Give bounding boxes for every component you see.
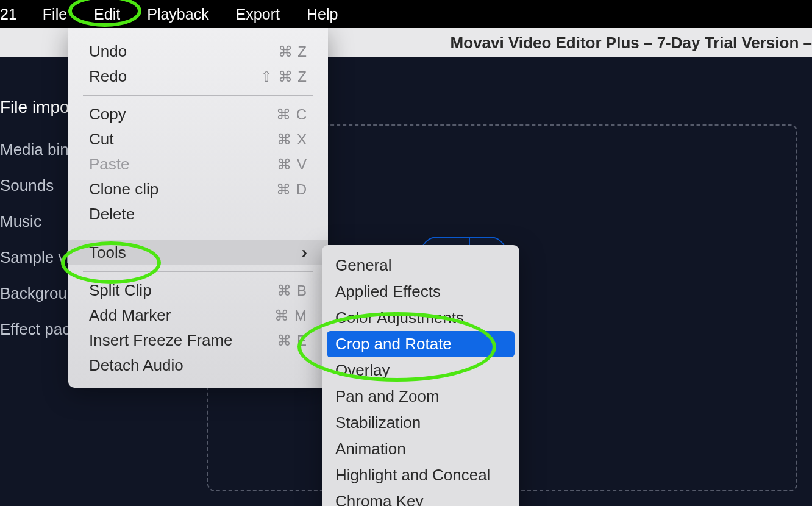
menu-cut[interactable]: Cut ⌘ X	[68, 127, 328, 152]
menubar: 21 File Edit Playback Export Help	[0, 0, 812, 28]
submenu-stabilization[interactable]: Stabilization	[322, 410, 519, 436]
menu-undo-label: Undo	[89, 42, 127, 61]
menu-marker-shortcut: ⌘ M	[274, 307, 307, 324]
menu-delete[interactable]: Delete	[68, 202, 328, 227]
menu-freeze-shortcut: ⌘ E	[277, 332, 307, 349]
menubar-time: 21	[0, 5, 29, 23]
menu-clone[interactable]: Clone clip ⌘ D	[68, 177, 328, 202]
menu-delete-label: Delete	[89, 205, 135, 224]
menu-clone-shortcut: ⌘ D	[276, 181, 307, 198]
menu-redo-shortcut: ⇧ ⌘ Z	[260, 68, 307, 85]
separator	[83, 233, 313, 233]
submenu-pan-zoom[interactable]: Pan and Zoom	[322, 383, 519, 410]
menu-copy-shortcut: ⌘ C	[276, 106, 307, 123]
menu-redo-label: Redo	[89, 67, 127, 86]
edit-dropdown: Undo ⌘ Z Redo ⇧ ⌘ Z Copy ⌘ C Cut ⌘ X Pas…	[68, 28, 328, 388]
submenu-color-adjustments[interactable]: Color Adjustments	[322, 305, 519, 331]
menu-paste: Paste ⌘ V	[68, 152, 328, 177]
menu-redo[interactable]: Redo ⇧ ⌘ Z	[68, 64, 328, 89]
tools-submenu: General Applied Effects Color Adjustment…	[322, 245, 519, 506]
menu-tools-label: Tools	[89, 243, 126, 262]
menu-undo-shortcut: ⌘ Z	[278, 43, 307, 60]
menu-marker-label: Add Marker	[89, 306, 171, 325]
chevron-right-icon: ›	[302, 243, 307, 262]
menu-playback[interactable]: Playback	[134, 5, 222, 23]
menu-detach-label: Detach Audio	[89, 356, 183, 375]
menu-split[interactable]: Split Clip ⌘ B	[68, 278, 328, 303]
menu-clone-label: Clone clip	[89, 180, 158, 199]
menu-split-label: Split Clip	[89, 281, 152, 300]
separator	[83, 95, 313, 96]
menu-undo[interactable]: Undo ⌘ Z	[68, 39, 328, 64]
menu-marker[interactable]: Add Marker ⌘ M	[68, 303, 328, 328]
menu-cut-label: Cut	[89, 130, 113, 149]
menu-copy-label: Copy	[89, 105, 126, 124]
submenu-overlay[interactable]: Overlay	[322, 357, 519, 383]
menu-cut-shortcut: ⌘ X	[277, 131, 307, 148]
menu-detach[interactable]: Detach Audio	[68, 353, 328, 378]
window-title: Movavi Video Editor Plus – 7-Day Trial V…	[451, 34, 812, 52]
submenu-applied-effects[interactable]: Applied Effects	[322, 279, 519, 305]
menu-export[interactable]: Export	[223, 5, 293, 23]
separator	[83, 271, 313, 272]
menu-copy[interactable]: Copy ⌘ C	[68, 102, 328, 127]
menu-edit[interactable]: Edit	[80, 5, 134, 23]
submenu-animation[interactable]: Animation	[322, 436, 519, 462]
submenu-highlight-conceal[interactable]: Highlight and Conceal	[322, 462, 519, 488]
menu-paste-shortcut: ⌘ V	[277, 156, 307, 173]
menu-tools[interactable]: Tools ›	[68, 240, 328, 265]
submenu-chroma-key[interactable]: Chroma Key	[322, 488, 519, 506]
submenu-general[interactable]: General	[322, 252, 519, 279]
menu-split-shortcut: ⌘ B	[277, 282, 307, 299]
menu-freeze-label: Insert Freeze Frame	[89, 331, 233, 350]
menu-help[interactable]: Help	[293, 5, 351, 23]
menu-file[interactable]: File	[29, 5, 80, 23]
menu-freeze[interactable]: Insert Freeze Frame ⌘ E	[68, 328, 328, 353]
submenu-crop-rotate[interactable]: Crop and Rotate	[327, 331, 515, 357]
menu-paste-label: Paste	[89, 155, 130, 174]
